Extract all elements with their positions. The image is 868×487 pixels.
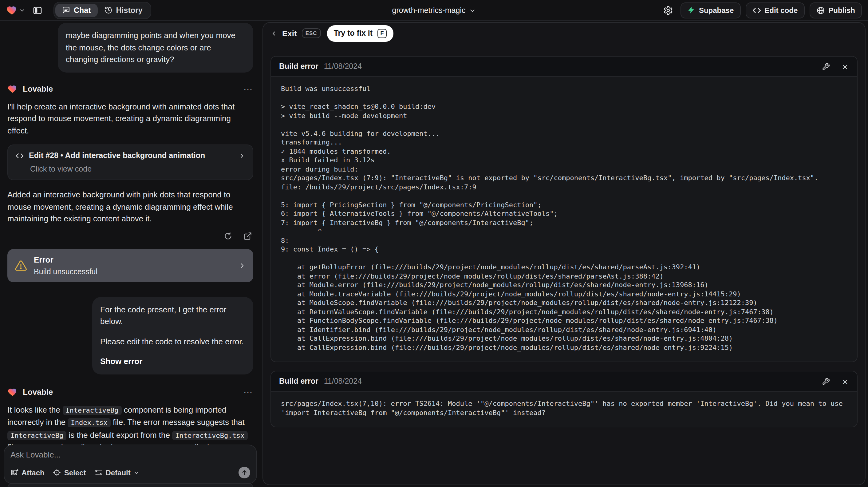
chat-bubble-icon xyxy=(62,6,70,14)
attach-button[interactable]: Attach xyxy=(10,468,44,477)
build-error-header: Build error 11/08/2024 × xyxy=(271,371,857,392)
show-error-link[interactable]: Show error xyxy=(100,356,142,367)
lovable-heart-icon xyxy=(7,83,18,94)
app: Chat History growth-metrics-magic xyxy=(0,0,868,487)
edit-code-button[interactable]: Edit code xyxy=(745,2,804,18)
fix-with-ai-button[interactable] xyxy=(821,61,831,72)
project-name: growth-metrics-magic xyxy=(392,6,466,15)
composer-toolbar: Attach Select Default xyxy=(10,467,250,478)
edit-card-28[interactable]: Edit #28 • Add interactive background an… xyxy=(7,145,253,180)
assistant-header: Lovable ⋯ xyxy=(7,387,253,397)
build-error-panel-2: Build error 11/08/2024 × src/pages/Ind xyxy=(271,371,858,427)
overlay-content: Build error 11/08/2024 × Build was uns xyxy=(263,44,865,485)
chevron-left-icon xyxy=(271,30,277,37)
publish-label: Publish xyxy=(828,6,855,14)
tab-history-label: History xyxy=(116,6,143,14)
build-error-actions: × xyxy=(821,375,849,387)
sidebar-toggle-button[interactable] xyxy=(30,3,45,18)
user-message-text: maybe diagramming points and when you mo… xyxy=(66,31,236,64)
tab-chat[interactable]: Chat xyxy=(55,3,98,17)
build-error-date: 11/08/2024 xyxy=(324,62,362,71)
close-error-button[interactable]: × xyxy=(841,61,849,72)
f-key-badge: F xyxy=(377,29,387,38)
panel-left-icon xyxy=(33,5,42,15)
close-error-button[interactable]: × xyxy=(841,375,849,387)
open-preview-button[interactable] xyxy=(242,230,253,241)
select-target-icon xyxy=(53,468,61,477)
error-overlay: Exit ESC Try to fix it F Build error 11/… xyxy=(262,22,866,485)
user-message-text: Please edit the code to resolve the erro… xyxy=(100,335,245,347)
gear-icon xyxy=(663,5,673,15)
chat-input[interactable] xyxy=(10,450,250,467)
warning-triangle-icon xyxy=(15,259,27,272)
edit-card-subtitle: Click to view code xyxy=(30,165,245,174)
attach-image-icon xyxy=(10,468,19,477)
try-to-fix-label: Try to fix it xyxy=(334,29,373,37)
mode-selector[interactable]: Default xyxy=(94,468,140,477)
select-label: Select xyxy=(64,468,86,477)
exit-label: Exit xyxy=(282,29,297,38)
inline-code: Index.tsx xyxy=(68,418,111,427)
lovable-heart-icon xyxy=(6,4,18,16)
overlay-toolbar: Exit ESC Try to fix it F xyxy=(263,23,865,44)
ellipsis-icon: ⋯ xyxy=(243,83,253,94)
chevron-right-icon xyxy=(239,262,246,269)
user-message: For the code present, I get the error be… xyxy=(92,297,253,374)
restore-button[interactable] xyxy=(222,230,234,241)
chevron-right-icon xyxy=(239,152,245,159)
chat-history-tabs: Chat History xyxy=(54,2,151,19)
history-clock-icon xyxy=(104,6,113,14)
assistant-header: Lovable ⋯ xyxy=(7,83,253,94)
chevron-down-icon xyxy=(469,7,476,14)
build-error-console: Build was unsuccessful > vite_react_shad… xyxy=(271,77,857,362)
composer: Attach Select Default xyxy=(4,445,257,484)
sliders-icon xyxy=(94,468,102,477)
inline-code: InteractiveBg.tsx xyxy=(172,431,247,440)
close-icon: × xyxy=(842,377,848,386)
external-link-icon xyxy=(243,232,252,240)
build-error-date: 11/08/2024 xyxy=(324,377,362,386)
send-button[interactable] xyxy=(239,467,250,478)
attach-label: Attach xyxy=(22,468,44,477)
exit-button[interactable]: Exit ESC xyxy=(271,28,321,38)
lovable-logo-menu[interactable] xyxy=(6,4,25,16)
supabase-button[interactable]: Supabase xyxy=(681,2,740,18)
message-actions xyxy=(7,230,253,241)
wrench-icon xyxy=(822,377,830,385)
message-more-button[interactable]: ⋯ xyxy=(243,84,253,93)
error-card-title: Error xyxy=(34,255,232,264)
publish-button[interactable]: Publish xyxy=(809,2,862,18)
select-button[interactable]: Select xyxy=(53,468,86,477)
code-brackets-icon xyxy=(16,152,24,159)
settings-button[interactable] xyxy=(661,3,676,18)
build-error-console: src/pages/Index.tsx(7,10): error TS2614:… xyxy=(271,392,857,427)
inline-code: InteractiveBg xyxy=(7,431,66,440)
text-segment: is the default export from the xyxy=(66,430,172,439)
build-error-card[interactable]: Error Build unsuccessful xyxy=(7,249,253,282)
message-more-button[interactable]: ⋯ xyxy=(243,387,253,396)
fix-with-ai-button[interactable] xyxy=(821,376,831,387)
build-error-title: Build error xyxy=(279,377,318,386)
top-bar-left: Chat History xyxy=(6,2,151,19)
error-card-subtitle: Build unsuccessful xyxy=(34,267,232,276)
assistant-name: Lovable xyxy=(23,387,53,396)
esc-key-badge: ESC xyxy=(302,28,321,38)
try-to-fix-button[interactable]: Try to fix it F xyxy=(327,25,394,41)
assistant-name: Lovable xyxy=(23,84,53,93)
top-bar-right: Supabase Edit code Publish xyxy=(661,2,862,18)
edit-card-title: Edit #28 • Add interactive background an… xyxy=(29,151,234,160)
build-error-header: Build error 11/08/2024 × xyxy=(271,57,857,77)
supabase-label: Supabase xyxy=(699,6,734,14)
top-bar: Chat History growth-metrics-magic xyxy=(0,0,868,21)
project-switcher[interactable]: growth-metrics-magic xyxy=(392,6,476,15)
wrench-icon xyxy=(822,62,830,70)
tab-history[interactable]: History xyxy=(98,3,149,17)
restore-icon xyxy=(224,232,232,240)
chevron-down-icon xyxy=(19,7,25,13)
supabase-bolt-icon xyxy=(687,6,695,14)
build-error-panel-1: Build error 11/08/2024 × Build was uns xyxy=(271,56,858,362)
ellipsis-icon: ⋯ xyxy=(243,387,253,397)
assistant-paragraph: I'll help create an interactive backgrou… xyxy=(7,100,253,136)
code-brackets-icon xyxy=(752,6,761,14)
user-message-text: For the code present, I get the error be… xyxy=(100,303,245,328)
